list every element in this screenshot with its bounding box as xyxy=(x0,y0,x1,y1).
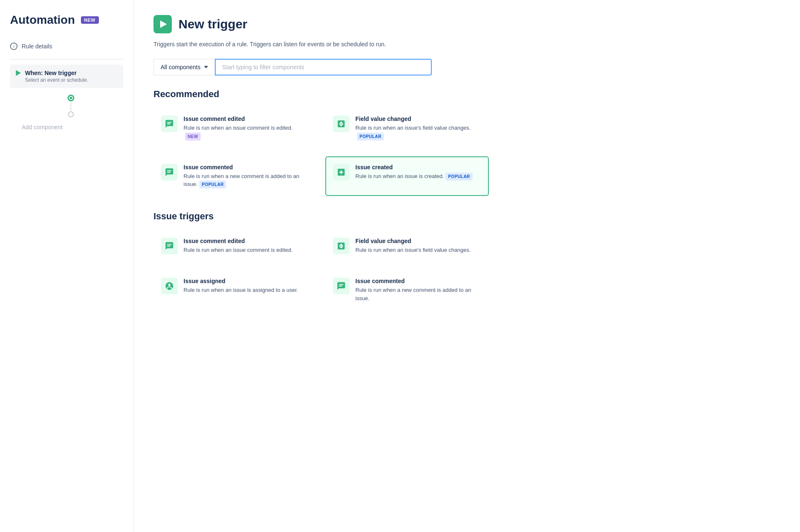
page-title: New trigger xyxy=(179,17,247,31)
page-header: New trigger xyxy=(153,15,489,33)
timeline-line xyxy=(70,102,71,110)
card-icon xyxy=(333,164,350,181)
card-icon xyxy=(333,115,350,132)
trigger-item[interactable]: When: New trigger Select an event or sch… xyxy=(10,65,123,88)
sidebar-title: Automation xyxy=(10,13,75,27)
play-triangle-icon xyxy=(160,20,167,28)
card-body: Issue commented Rule is run when a new c… xyxy=(184,164,309,189)
rule-details-label: Rule details xyxy=(22,43,52,50)
new-badge: NEW xyxy=(81,16,99,24)
trigger-title: When: New trigger xyxy=(25,70,77,76)
filter-input[interactable] xyxy=(215,59,432,75)
issue-triggers-section: Issue triggers Issue comment edited Rule… xyxy=(153,211,489,310)
card-body: Issue created Rule is run when an issue … xyxy=(355,164,481,189)
card-body: Issue assigned Rule is run when an issue… xyxy=(184,278,309,302)
trigger-card-0[interactable]: Issue comment edited Rule is run when an… xyxy=(153,230,317,262)
card-description: Rule is run when an issue's field value … xyxy=(355,124,481,141)
svg-point-4 xyxy=(168,284,171,286)
play-icon xyxy=(16,70,21,76)
card-icon xyxy=(161,278,178,294)
card-badge: POPULAR xyxy=(445,173,472,181)
chevron-down-icon xyxy=(204,66,208,68)
trigger-card-3[interactable]: Issue created Rule is run when an issue … xyxy=(325,156,489,196)
trigger-card-1[interactable]: Field value changed Rule is run when an … xyxy=(325,108,489,148)
card-description: Rule is run when an issue comment is edi… xyxy=(184,124,309,141)
dropdown-label: All components xyxy=(161,64,201,70)
divider xyxy=(10,59,123,60)
sidebar: Automation NEW i Rule details When: New … xyxy=(0,0,133,532)
card-title: Issue comment edited xyxy=(184,238,309,244)
rule-details-item[interactable]: i Rule details xyxy=(10,38,123,54)
card-description: Rule is run when a new comment is added … xyxy=(184,172,309,189)
card-badge: NEW xyxy=(185,133,201,141)
page-description: Triggers start the execution of a rule. … xyxy=(153,40,489,49)
card-title: Issue assigned xyxy=(184,278,309,284)
card-icon xyxy=(333,238,350,254)
card-icon xyxy=(161,238,178,254)
issue-triggers-title: Issue triggers xyxy=(153,211,489,222)
card-description: Rule is run when an issue is created.POP… xyxy=(355,172,481,181)
card-icon xyxy=(333,278,350,294)
card-icon xyxy=(161,164,178,181)
card-description: Rule is run when an issue's field value … xyxy=(355,246,481,254)
card-body: Field value changed Rule is run when an … xyxy=(355,238,481,254)
trigger-card-0[interactable]: Issue comment edited Rule is run when an… xyxy=(153,108,317,148)
timeline-dot-active xyxy=(68,95,74,101)
card-title: Issue commented xyxy=(184,164,309,171)
card-description: Rule is run when an issue is assigned to… xyxy=(184,286,309,294)
components-dropdown[interactable]: All components xyxy=(153,59,215,75)
timeline xyxy=(10,91,123,120)
issue-triggers-cards-grid: Issue comment edited Rule is run when an… xyxy=(153,230,489,310)
card-description: Rule is run when a new comment is added … xyxy=(355,286,481,302)
sidebar-title-area: Automation NEW xyxy=(10,13,123,27)
header-play-button xyxy=(153,15,172,33)
card-body: Issue comment edited Rule is run when an… xyxy=(184,115,309,141)
timeline-dot-empty xyxy=(68,111,74,117)
card-title: Issue comment edited xyxy=(184,115,309,122)
card-title: Field value changed xyxy=(355,238,481,244)
main-content: New trigger Triggers start the execution… xyxy=(133,0,509,532)
card-title: Field value changed xyxy=(355,115,481,122)
card-title: Issue commented xyxy=(355,278,481,284)
recommended-section: Recommended Issue comment edited Rule is… xyxy=(153,89,489,196)
filter-row: All components xyxy=(153,59,489,75)
card-body: Issue commented Rule is run when a new c… xyxy=(355,278,481,302)
recommended-cards-grid: Issue comment edited Rule is run when an… xyxy=(153,108,489,196)
card-icon xyxy=(161,115,178,132)
card-badge: POPULAR xyxy=(199,181,226,188)
card-body: Issue comment edited Rule is run when an… xyxy=(184,238,309,254)
trigger-card-1[interactable]: Field value changed Rule is run when an … xyxy=(325,230,489,262)
recommended-title: Recommended xyxy=(153,89,489,100)
card-description: Rule is run when an issue comment is edi… xyxy=(184,246,309,254)
trigger-card-2[interactable]: Issue commented Rule is run when a new c… xyxy=(153,156,317,196)
card-title: Issue created xyxy=(355,164,481,171)
card-badge: POPULAR xyxy=(357,133,384,141)
info-icon: i xyxy=(10,43,18,50)
trigger-subtitle: Select an event or schedule. xyxy=(16,77,117,83)
trigger-card-3[interactable]: Issue commented Rule is run when a new c… xyxy=(325,270,489,310)
card-body: Field value changed Rule is run when an … xyxy=(355,115,481,141)
trigger-card-2[interactable]: Issue assigned Rule is run when an issue… xyxy=(153,270,317,310)
add-component-label: Add component xyxy=(22,124,63,130)
add-component-item[interactable]: Add component xyxy=(10,120,123,134)
trigger-item-header: When: New trigger xyxy=(16,70,117,76)
